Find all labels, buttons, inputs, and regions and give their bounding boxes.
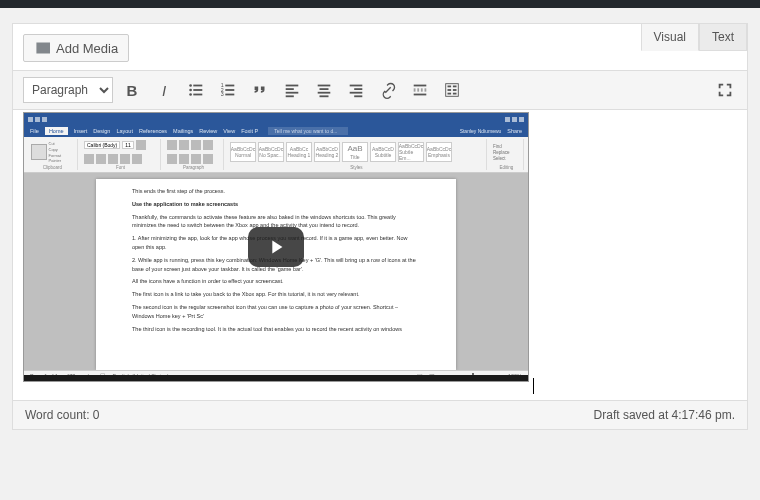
svg-rect-25 xyxy=(414,89,427,91)
svg-rect-32 xyxy=(448,93,452,95)
editor-container: Add Media Visual Text Paragraph B I 123 xyxy=(12,23,748,430)
word-count: Word count: 0 xyxy=(25,408,100,422)
svg-rect-7 xyxy=(225,85,234,87)
svg-rect-1 xyxy=(193,85,202,87)
fullscreen-button[interactable] xyxy=(713,78,737,102)
read-more-button[interactable] xyxy=(407,77,433,103)
add-media-button[interactable]: Add Media xyxy=(23,34,129,62)
svg-rect-16 xyxy=(318,85,331,87)
editor-content-area[interactable]: File Home Insert Design Layout Reference… xyxy=(13,110,747,400)
formatting-toolbar: Paragraph B I 123 xyxy=(13,70,747,110)
svg-rect-20 xyxy=(350,85,363,87)
svg-rect-33 xyxy=(453,93,457,95)
svg-rect-17 xyxy=(320,88,329,90)
draft-saved-status: Draft saved at 4:17:46 pm. xyxy=(594,408,735,422)
svg-point-4 xyxy=(189,93,192,96)
svg-rect-15 xyxy=(286,95,294,97)
svg-rect-11 xyxy=(225,94,234,96)
svg-rect-13 xyxy=(286,88,294,90)
svg-point-2 xyxy=(189,89,192,92)
format-select[interactable]: Paragraph xyxy=(23,77,113,103)
svg-rect-21 xyxy=(354,88,362,90)
bullet-list-button[interactable] xyxy=(183,77,209,103)
toolbar-toggle-button[interactable] xyxy=(439,77,465,103)
video-embed[interactable]: File Home Insert Design Layout Reference… xyxy=(23,112,529,382)
add-media-label: Add Media xyxy=(56,41,118,56)
svg-rect-26 xyxy=(414,94,427,96)
align-left-button[interactable] xyxy=(279,77,305,103)
editor-mode-tabs: Visual Text xyxy=(641,24,747,51)
align-right-button[interactable] xyxy=(343,77,369,103)
svg-rect-29 xyxy=(453,86,457,88)
tab-visual[interactable]: Visual xyxy=(641,24,699,51)
play-button[interactable] xyxy=(248,227,304,267)
svg-rect-24 xyxy=(414,85,427,87)
tab-text[interactable]: Text xyxy=(699,24,747,51)
svg-rect-30 xyxy=(448,89,452,91)
editor-footer: Word count: 0 Draft saved at 4:17:46 pm. xyxy=(13,400,747,429)
admin-topbar xyxy=(0,0,760,8)
svg-rect-14 xyxy=(286,92,299,94)
media-icon xyxy=(34,40,50,56)
bold-button[interactable]: B xyxy=(119,77,145,103)
numbered-list-button[interactable]: 123 xyxy=(215,77,241,103)
align-center-button[interactable] xyxy=(311,77,337,103)
svg-rect-3 xyxy=(193,89,202,91)
italic-button[interactable]: I xyxy=(151,77,177,103)
svg-rect-12 xyxy=(286,85,299,87)
svg-rect-5 xyxy=(193,94,202,96)
play-icon xyxy=(265,236,287,258)
video-progress-bar[interactable] xyxy=(24,375,528,381)
svg-rect-18 xyxy=(318,92,331,94)
svg-rect-23 xyxy=(354,95,362,97)
editor-upper-row: Add Media Visual Text xyxy=(13,24,747,70)
blockquote-button[interactable] xyxy=(247,77,273,103)
svg-rect-28 xyxy=(448,86,452,88)
link-button[interactable] xyxy=(375,77,401,103)
svg-rect-22 xyxy=(350,92,363,94)
svg-text:3: 3 xyxy=(221,91,224,97)
svg-rect-9 xyxy=(225,89,234,91)
text-cursor xyxy=(533,378,534,394)
svg-point-0 xyxy=(189,84,192,87)
svg-rect-31 xyxy=(453,89,457,91)
svg-rect-19 xyxy=(320,95,329,97)
